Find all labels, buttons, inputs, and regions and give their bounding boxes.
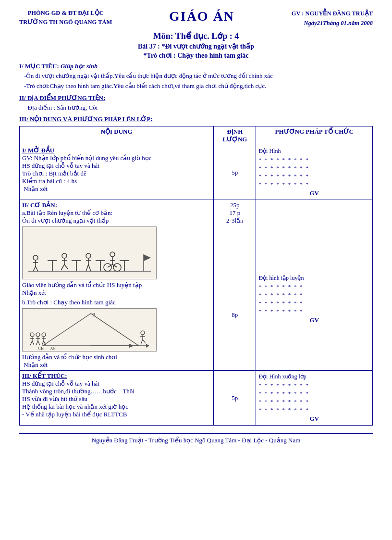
svg-line-45 (32, 341, 34, 345)
page: PHÒNG GD & ĐT ĐẠI LỘC TRƯỜNG TH NGÔ QUAN… (0, 0, 392, 540)
svg-line-25 (88, 264, 91, 271)
ketthuc-stars1: * * * * * * * * * (258, 381, 370, 389)
cell-modau-content: I/ MỞ ĐẦU GV: Nhận lớp phổ biến nội dung… (20, 145, 214, 200)
svg-marker-10 (144, 254, 151, 261)
row-ketthuc: III/ KẾT THÚC: HS đứng tại chỗ vỗ tay và… (20, 371, 373, 426)
coban-stars4: * * * * * * * * (258, 307, 370, 315)
header: PHÒNG GD & ĐT ĐẠI LỘC TRƯỜNG TH NGÔ QUAN… (19, 9, 373, 28)
cell-coban-dinhluong: 25p 17 p 2-3lần 8p (214, 200, 256, 371)
cell-coban-content: II/ CƠ BẢN: a.Bài tập Rèn luyện tư thế c… (20, 200, 214, 371)
truong-th: TRƯỜNG TH NGÔ QUANG TÁM (19, 18, 112, 27)
cell-ketthuc-content: III/ KẾT THÚC: HS đứng tại chỗ vỗ tay và… (20, 371, 214, 426)
diagram2-svg: B CB XP (24, 310, 156, 351)
cell-ketthuc-phuongphap: Đội Hình xuống lớp * * * * * * * * * * *… (256, 371, 373, 426)
coban-diagram2-label2: Nhận xét (22, 361, 211, 369)
svg-point-21 (86, 253, 91, 258)
cell-ketthuc-dinhluong: 5p (214, 371, 256, 426)
coban-partb: b.Trò chơi : Chạy theo hình tam giác (22, 299, 211, 306)
coban-diagram1-label2: Nhận xét (22, 289, 211, 297)
coban-doihinh-title: Đội hình tập luyện (258, 274, 370, 283)
svg-line-14 (33, 266, 36, 271)
svg-line-54 (42, 341, 44, 345)
coban-gv: GV (258, 315, 370, 325)
cell-modau-dinhluong: 5p (214, 145, 256, 200)
col-phuongphap-header: PHƯƠNG PHÁP TỔ CHỨC (256, 126, 373, 145)
svg-point-41 (30, 333, 34, 337)
ketthuc-line1: HS đứng tại chỗ vỗ tay và hát (22, 380, 211, 388)
svg-point-16 (62, 253, 67, 258)
mon-title: Môn: Thể dục. Lớp : 4 (19, 31, 373, 41)
svg-text:CB: CB (38, 346, 44, 351)
svg-line-49 (36, 341, 38, 345)
coban-line2: Ôn đi vượt chướng ngại vật thấp (22, 217, 211, 225)
svg-point-26 (110, 252, 115, 257)
modau-stars4: * * * * * * * * * (258, 180, 370, 188)
svg-line-20 (64, 264, 68, 269)
coban-title: II/ CƠ BẢN: (22, 201, 211, 209)
section1-subtitle: Giúp học sinh (61, 63, 98, 70)
footer: Nguyễn Đăng Truật - Trường Tiểu học Ngô … (19, 433, 373, 444)
modau-title: I/ MỞ ĐẦU (22, 147, 211, 154)
giao-an-title: GIÁO ÁN (112, 9, 291, 24)
section2-content: - Địa điểm : Sân trường, Còi (24, 103, 373, 113)
header-left: PHÒNG GD & ĐT ĐẠI LỘC TRƯỜNG TH NGÔ QUAN… (19, 9, 112, 27)
svg-marker-33 (43, 314, 139, 346)
section1-content2: -Trò chơi:Chạy theo hình tam giác.Yêu cầ… (24, 81, 373, 91)
coban-stars3: * * * * * * * * (258, 299, 370, 307)
modau-gv: GV (258, 188, 370, 198)
modau-line5: Nhận xét (22, 185, 211, 193)
coban-diagram1-label1: Giáo viên hướng dẫn và tổ chức HS luyện … (22, 281, 211, 289)
diagram1-svg (24, 228, 156, 278)
svg-line-24 (86, 264, 88, 271)
svg-line-44 (30, 341, 32, 345)
bai-line2: *Trò chơi : Chạy theo hình tam giác (19, 51, 373, 60)
header-right: GV : NGUYỄN ĐĂNG TRUẬT Ngày21Tháng 01.nă… (292, 9, 373, 28)
coban-stars1: * * * * * * * * (258, 283, 370, 291)
svg-line-59 (141, 339, 143, 344)
coban-stars2: * * * * * * * * (258, 291, 370, 299)
svg-line-60 (143, 339, 146, 343)
phong-gd: PHÒNG GD & ĐT ĐẠI LỘC (19, 9, 112, 18)
svg-marker-35 (129, 344, 134, 348)
coban-diagram2-label1: Hướng dẫn và tổ chức học sinh chơi (22, 353, 211, 361)
modau-stars2: * * * * * * * * * (258, 164, 370, 172)
svg-text:XP: XP (50, 346, 56, 351)
bai-line1: Bài 37 : *Đi vượt chướng ngại vật thấp (19, 42, 373, 50)
svg-line-15 (36, 266, 38, 271)
svg-point-51 (42, 333, 46, 337)
row-coban: II/ CƠ BẢN: a.Bài tập Rèn luyện tư thế c… (20, 200, 373, 371)
cell-modau-phuongphap: Đội Hình * * * * * * * * * * * * * * * *… (256, 145, 373, 200)
col-dinhluong-header: ĐỊNH LƯỢNG (214, 126, 256, 145)
section1-content1: -Ôn đi vượt chướng ngại vật thấp.Yêu cầu… (24, 71, 373, 81)
main-table: NỘI DUNG ĐỊNH LƯỢNG PHƯƠNG PHÁP TỔ CHỨC … (19, 126, 373, 426)
row-modau: I/ MỞ ĐẦU GV: Nhận lớp phổ biến nội dung… (20, 145, 373, 200)
svg-line-50 (38, 341, 40, 345)
modau-line3: Trò chơi : Bịt mắt bắt dê (22, 170, 211, 177)
modau-stars1: * * * * * * * * * (258, 156, 370, 164)
ketthuc-line3: HS vừa đi vừa hít thở sâu (22, 395, 211, 403)
ketthuc-line5: - Về nhà tập luyện bài thể dục RLTTCB (22, 411, 211, 418)
coban-line1: a.Bài tập Rèn luyện tư thế cơ bản: (22, 209, 211, 217)
ketthuc-stars4: * * * * * * * * * (258, 406, 370, 414)
svg-point-11 (33, 255, 38, 260)
modau-line2: HS đứng tại chỗ vỗ tay và hát (22, 162, 211, 170)
modau-line4: Kiểm tra bài cũ : 4 hs (22, 177, 211, 185)
ketthuc-stars2: * * * * * * * * * (258, 389, 370, 398)
svg-point-46 (36, 333, 40, 337)
svg-marker-40 (146, 344, 149, 348)
svg-line-19 (61, 264, 64, 270)
ketthuc-line4: Hệ thống lai bài học và nhận xét giờ học (22, 403, 211, 411)
ketthuc-doihinh-title: Đội Hình xuống lớp (258, 372, 370, 381)
date: Ngày21Tháng 01.năm 2008 (292, 18, 373, 28)
ketthuc-gv: GV (258, 414, 370, 424)
section1-title: I/ MỤC TIÊU: Giúp học sinh (19, 63, 373, 70)
section2-title: II/ ĐỊA ĐIỂM PHƯƠNG TIỆN: (19, 94, 373, 102)
ketthuc-line2: Thành vòng tròn,đi thường……bước Thôi (22, 388, 211, 395)
gv-name: GV : NGUYỄN ĐĂNG TRUẬT (292, 9, 373, 18)
modau-line1: GV: Nhận lớp phổ biến nội dung yêu cầu g… (22, 154, 211, 162)
col-noidung-header: NỘI DUNG (20, 126, 214, 145)
modau-doihinh-title: Đội Hình (258, 147, 370, 156)
ketthuc-stars3: * * * * * * * * * (258, 398, 370, 406)
ketthuc-title: III/ KẾT THÚC: (22, 372, 211, 380)
modau-stars3: * * * * * * * * * (258, 172, 370, 180)
